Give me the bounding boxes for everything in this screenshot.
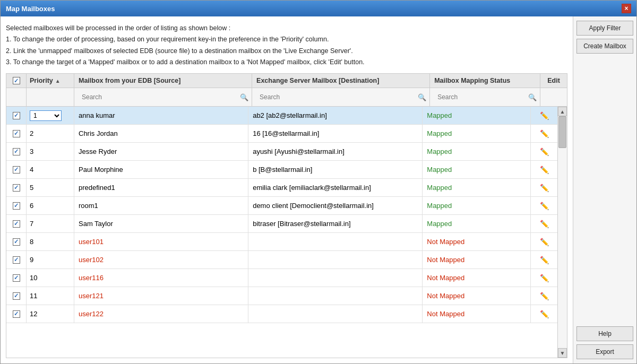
- dest-value-6: bitraser [Bitraser@stellarmail.in]: [253, 220, 350, 228]
- edit-icon-7[interactable]: ✏️: [540, 238, 549, 246]
- row-edit-11[interactable]: ✏️: [531, 305, 557, 323]
- row-source-4: predefined1: [74, 179, 248, 196]
- table-row: 10 user116 Not Mapped ✏️: [6, 269, 557, 287]
- priority-value-9: 10: [30, 274, 37, 282]
- source-name-3: Paul Morphine: [79, 166, 123, 174]
- row-edit-1[interactable]: ✏️: [531, 125, 557, 142]
- row-checkbox-2[interactable]: [6, 143, 27, 160]
- edit-icon-6[interactable]: ✏️: [540, 220, 549, 228]
- edit-icon-4[interactable]: ✏️: [540, 184, 549, 192]
- select-all-checkbox[interactable]: [13, 77, 20, 84]
- row-checkbox-8[interactable]: [6, 251, 27, 268]
- row-status-1: Mapped: [423, 125, 531, 142]
- row-checkbox-5[interactable]: [6, 197, 27, 214]
- row-priority-11: 12: [27, 305, 74, 323]
- checkbox-4[interactable]: [13, 184, 20, 192]
- row-edit-0[interactable]: ✏️: [531, 107, 557, 124]
- source-name-6: Sam Taylor: [79, 220, 113, 228]
- header-status: Mailbox Mapping Status: [430, 74, 540, 88]
- edit-icon-9[interactable]: ✏️: [540, 274, 549, 282]
- status-badge-5: Mapped: [427, 202, 452, 210]
- vertical-scrollbar[interactable]: ▲ ▼: [557, 107, 567, 358]
- checkbox-9[interactable]: [13, 274, 20, 282]
- row-edit-8[interactable]: ✏️: [531, 251, 557, 268]
- checkbox-8[interactable]: [13, 256, 20, 264]
- row-dest-3: b [B@stellarmail.in]: [248, 161, 423, 178]
- row-source-3: Paul Morphine: [74, 161, 248, 178]
- row-edit-2[interactable]: ✏️: [531, 143, 557, 160]
- row-checkbox-1[interactable]: [6, 125, 27, 142]
- priority-value-8: 9: [30, 256, 33, 264]
- table-row: 9 user102 Not Mapped ✏️: [6, 251, 557, 269]
- dest-search-input[interactable]: [256, 91, 425, 103]
- edit-icon-1[interactable]: ✏️: [540, 129, 549, 138]
- edit-icon-2[interactable]: ✏️: [540, 148, 549, 156]
- row-checkbox-0[interactable]: [6, 107, 27, 124]
- apply-filter-button[interactable]: Apply Filter: [576, 21, 633, 36]
- row-edit-9[interactable]: ✏️: [531, 269, 557, 287]
- table-row: 6 room1 demo client [Democlient@stellarm…: [6, 197, 557, 215]
- checkbox-2[interactable]: [13, 148, 20, 155]
- checkbox-3[interactable]: [13, 166, 20, 174]
- header-check[interactable]: [6, 74, 27, 88]
- checkbox-11[interactable]: [13, 310, 20, 318]
- right-spacer: [576, 57, 633, 323]
- instructions: Selected mailboxes will be processed in …: [6, 23, 567, 68]
- create-mailbox-button[interactable]: Create Mailbox: [576, 39, 633, 54]
- edit-icon-3[interactable]: ✏️: [540, 166, 549, 174]
- row-checkbox-3[interactable]: [6, 161, 27, 178]
- dest-search-cell: 🔍: [252, 88, 430, 106]
- row-checkbox-6[interactable]: [6, 215, 27, 232]
- row-dest-5: demo client [Democlient@stellarmail.in]: [248, 197, 423, 214]
- priority-value-11: 12: [30, 310, 37, 318]
- row-checkbox-4[interactable]: [6, 179, 27, 196]
- scroll-up-arrow[interactable]: ▲: [558, 107, 567, 116]
- checkbox-1[interactable]: [13, 130, 20, 137]
- row-source-0: anna kumar: [74, 107, 248, 124]
- help-button[interactable]: Help: [576, 326, 633, 341]
- sort-arrow-icon[interactable]: ▲: [55, 78, 61, 84]
- row-edit-3[interactable]: ✏️: [531, 161, 557, 178]
- row-source-10: user121: [74, 287, 248, 305]
- row-edit-10[interactable]: ✏️: [531, 287, 557, 305]
- row-edit-6[interactable]: ✏️: [531, 215, 557, 232]
- checkbox-7[interactable]: [13, 238, 20, 246]
- row-edit-4[interactable]: ✏️: [531, 179, 557, 196]
- row-priority-5: 6: [27, 197, 74, 214]
- checkbox-5[interactable]: [13, 202, 20, 210]
- checkbox-0[interactable]: [13, 112, 20, 119]
- row-edit-7[interactable]: ✏️: [531, 233, 557, 250]
- row-checkbox-10[interactable]: [6, 287, 27, 305]
- scroll-track[interactable]: [558, 116, 567, 348]
- scroll-thumb[interactable]: [558, 116, 566, 148]
- close-button[interactable]: ×: [622, 4, 631, 13]
- window-title: Map Mailboxes: [6, 5, 55, 13]
- row-priority-3: 4: [27, 161, 74, 178]
- header-priority: Priority ▲: [27, 74, 74, 88]
- source-search-input[interactable]: [79, 91, 247, 103]
- row-checkbox-9[interactable]: [6, 269, 27, 287]
- scroll-down-arrow[interactable]: ▼: [558, 348, 567, 358]
- edit-icon-10[interactable]: ✏️: [540, 292, 549, 300]
- main-panel: Selected mailboxes will be processed in …: [1, 16, 573, 363]
- priority-select-0[interactable]: 1234 567: [30, 110, 62, 121]
- edit-icon-11[interactable]: ✏️: [540, 310, 549, 318]
- row-source-8: user102: [74, 251, 248, 268]
- checkbox-10[interactable]: [13, 292, 20, 300]
- table-body-wrapper: 1234 567 anna kumar ab2 [ab2@stellarmail…: [6, 107, 557, 358]
- table-row: 1234 567 anna kumar ab2 [ab2@stellarmail…: [6, 107, 557, 125]
- export-button[interactable]: Export: [576, 344, 633, 359]
- edit-icon-8[interactable]: ✏️: [540, 256, 549, 264]
- row-checkbox-7[interactable]: [6, 233, 27, 250]
- row-status-4: Mapped: [423, 179, 531, 196]
- priority-value-6: 7: [30, 220, 33, 228]
- edit-icon-0[interactable]: ✏️: [540, 111, 549, 120]
- row-checkbox-11[interactable]: [6, 305, 27, 323]
- edit-icon-5[interactable]: ✏️: [540, 202, 549, 210]
- instruction-line0: Selected mailboxes will be processed in …: [6, 23, 567, 34]
- row-edit-5[interactable]: ✏️: [531, 197, 557, 214]
- checkbox-6[interactable]: [13, 220, 20, 228]
- status-search-input[interactable]: [434, 91, 536, 103]
- instruction-line2: 2. Link the 'unmapped' mailboxes of sele…: [6, 46, 567, 57]
- status-badge-9: Not Mapped: [427, 274, 464, 282]
